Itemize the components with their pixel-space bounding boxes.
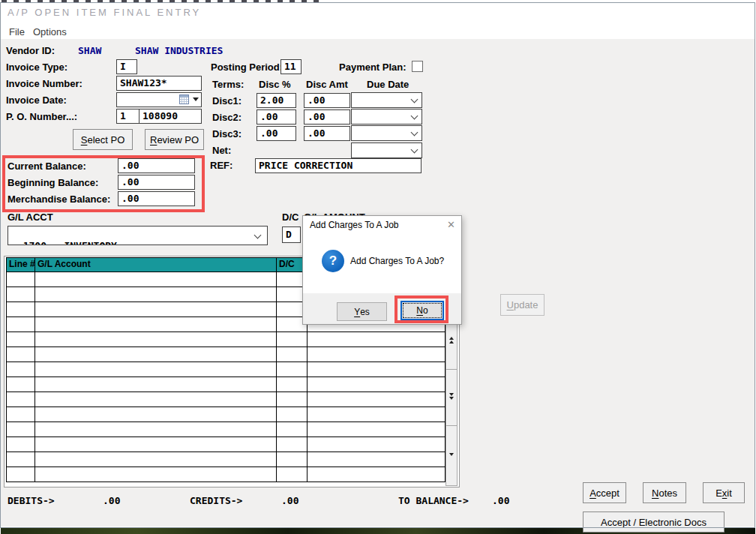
po-number-field-1[interactable]: 1 (116, 109, 140, 124)
table-cell[interactable] (35, 347, 277, 362)
table-cell[interactable] (35, 452, 277, 466)
date-dropdown-arrow-icon[interactable] (193, 98, 199, 101)
table-row[interactable] (7, 362, 445, 377)
review-po-button[interactable]: Review PO (145, 129, 204, 150)
table-row[interactable] (7, 347, 445, 362)
col-header-gl-account[interactable]: G/L Account (35, 258, 277, 272)
disc1-pct-field[interactable]: 2.00 (256, 93, 296, 108)
scroll-down-icon[interactable] (449, 453, 454, 456)
disc1-amt-field[interactable]: .00 (304, 93, 350, 108)
table-cell[interactable] (308, 362, 445, 376)
table-cell[interactable] (308, 332, 445, 346)
update-button[interactable]: Update (500, 294, 544, 316)
chevron-down-icon[interactable] (411, 129, 418, 136)
table-cell[interactable] (308, 347, 445, 362)
table-cell[interactable] (35, 362, 277, 376)
table-cell[interactable] (7, 347, 35, 362)
table-row[interactable] (7, 467, 445, 482)
scroll-page-up-icon[interactable] (449, 337, 454, 344)
table-cell[interactable] (308, 422, 445, 436)
accept-electronic-docs-button[interactable]: Accept / Electronic Docs (583, 512, 724, 532)
disc3-pct-field[interactable]: .00 (256, 126, 296, 141)
current-balance-field[interactable]: .00 (118, 158, 195, 173)
table-row[interactable] (7, 332, 445, 347)
gl-acct-dropdown[interactable]: 1700 INVENTORY (8, 226, 268, 245)
table-cell[interactable] (35, 332, 277, 346)
table-cell[interactable] (35, 272, 277, 286)
calendar-icon[interactable] (179, 94, 189, 104)
yes-button[interactable]: Yes (337, 302, 387, 321)
merchandise-balance-field[interactable]: .00 (118, 191, 195, 206)
table-cell[interactable] (35, 422, 277, 436)
invoice-date-field[interactable]: 9/ 9/2019 (116, 92, 202, 107)
disc1-due-date-combo[interactable]: 9/19/2019 (351, 92, 422, 108)
invoice-type-field[interactable]: I (116, 59, 137, 74)
table-row[interactable] (7, 452, 445, 467)
table-cell[interactable] (308, 392, 445, 406)
table-cell[interactable] (277, 362, 308, 376)
table-cell[interactable] (7, 317, 35, 332)
table-cell[interactable] (35, 467, 277, 482)
invoice-number-field[interactable]: SHAW123* (116, 76, 202, 91)
chevron-down-icon[interactable] (411, 96, 418, 104)
table-cell[interactable] (277, 467, 308, 482)
disc2-due-date-combo[interactable]: 10/ 9/2019 (351, 109, 422, 124)
table-cell[interactable] (7, 422, 35, 436)
table-cell[interactable] (7, 272, 35, 286)
table-cell[interactable] (35, 437, 277, 452)
net-due-date-combo[interactable]: 10/ 9/2019 (351, 142, 422, 158)
table-cell[interactable] (7, 452, 35, 466)
exit-button[interactable]: Exit (703, 482, 745, 503)
table-cell[interactable] (7, 377, 35, 392)
menu-options[interactable]: Options (30, 25, 70, 39)
table-cell[interactable] (7, 287, 35, 302)
table-cell[interactable] (277, 377, 308, 392)
chevron-down-icon[interactable] (411, 112, 418, 120)
table-cell[interactable] (308, 452, 445, 466)
table-row[interactable] (7, 392, 445, 407)
disc3-amt-field[interactable]: .00 (304, 126, 350, 141)
select-po-button[interactable]: Select PO (73, 129, 133, 150)
beginning-balance-field[interactable]: .00 (118, 175, 195, 190)
table-cell[interactable] (7, 467, 35, 482)
table-cell[interactable] (35, 392, 277, 406)
table-cell[interactable] (308, 437, 445, 452)
disc3-due-date-combo[interactable]: 10/ 9/2019 (351, 125, 422, 141)
table-cell[interactable] (277, 437, 308, 452)
table-cell[interactable] (308, 467, 445, 482)
table-cell[interactable] (277, 422, 308, 436)
table-row[interactable] (7, 407, 445, 422)
table-cell[interactable] (308, 407, 445, 422)
posting-period-field[interactable]: 11 (280, 59, 302, 74)
po-number-field-2[interactable]: 108090 (139, 109, 202, 124)
table-cell[interactable] (277, 407, 308, 422)
table-cell[interactable] (35, 377, 277, 392)
table-cell[interactable] (7, 437, 35, 452)
close-icon[interactable]: ✕ (447, 219, 455, 230)
table-cell[interactable] (35, 407, 277, 422)
disc2-pct-field[interactable]: .00 (256, 110, 296, 124)
col-header-line[interactable]: Line # (7, 258, 35, 272)
disc2-amt-field[interactable]: .00 (304, 110, 350, 124)
table-cell[interactable] (7, 362, 35, 376)
table-cell[interactable] (35, 287, 277, 302)
menu-file[interactable]: File (6, 25, 28, 39)
table-cell[interactable] (277, 452, 308, 466)
table-cell[interactable] (7, 407, 35, 422)
dc-field[interactable]: D (282, 226, 301, 243)
table-row[interactable] (7, 422, 445, 437)
table-cell[interactable] (308, 377, 445, 392)
table-cell[interactable] (7, 332, 35, 346)
table-row[interactable] (7, 437, 445, 452)
ref-field[interactable]: PRICE CORRECTION (255, 158, 422, 173)
accept-button[interactable]: Accept (583, 482, 626, 503)
table-cell[interactable] (7, 392, 35, 406)
table-row[interactable] (7, 377, 445, 392)
payment-plan-checkbox[interactable] (412, 61, 423, 72)
table-cell[interactable] (277, 392, 308, 406)
table-cell[interactable] (277, 332, 308, 346)
no-button[interactable]: No (400, 301, 444, 320)
chevron-down-icon[interactable] (254, 232, 262, 239)
chevron-down-icon[interactable] (411, 146, 418, 154)
scroll-page-down-icon[interactable] (449, 393, 454, 400)
